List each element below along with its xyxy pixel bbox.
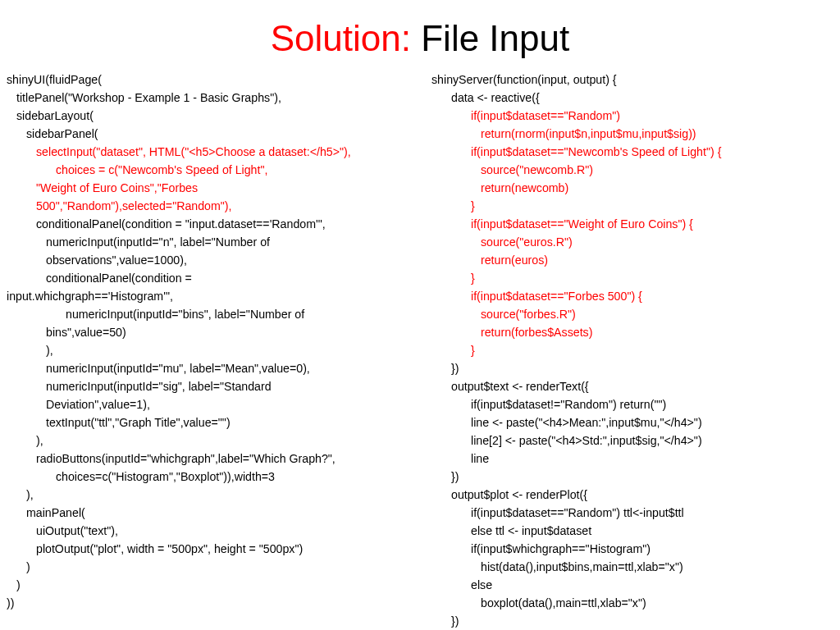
code-line: if(input$dataset=="Weight of Euro Coins"… [431, 215, 835, 233]
code-line: choices=c("Histogram","Boxplot")),width=… [7, 468, 409, 486]
code-line: }) [431, 612, 835, 630]
title-red: Solution: [271, 18, 411, 58]
code-line: if(input$dataset=="Forbes 500") { [431, 287, 835, 305]
code-line: if(input$dataset!="Random") return("") [431, 395, 835, 413]
code-line: bins",value=50) [7, 323, 409, 341]
code-line: ) [7, 576, 409, 594]
code-line: ), [7, 431, 409, 450]
code-line: data <- reactive({ [431, 89, 835, 107]
code-line: return(euros) [431, 251, 835, 269]
code-line: line[2] <- paste("<h4>Std:",input$sig,"<… [431, 431, 835, 450]
code-line: shinyServer(function(input, output) { [431, 71, 835, 89]
code-line: source("forbes.R") [431, 305, 835, 323]
code-line: selectInput("dataset", HTML("<h5>Choose … [7, 143, 409, 161]
code-line: }) [431, 468, 835, 486]
slide-title: Solution: File Input [0, 0, 840, 71]
code-line: shinyUI(fluidPage( [7, 71, 409, 89]
code-line: return(forbes$Assets) [431, 323, 835, 341]
code-columns: shinyUI(fluidPage( titlePanel("Workshop … [0, 71, 840, 630]
code-line: Deviation",value=1), [7, 395, 409, 413]
code-line: ), [7, 341, 409, 359]
code-line: textInput("ttl","Graph Title",value="") [7, 413, 409, 431]
code-line: } [431, 341, 835, 359]
code-line: mainPanel( [7, 504, 409, 522]
code-line: titlePanel("Workshop - Example 1 - Basic… [7, 89, 409, 107]
code-line: choices = c("Newcomb's Speed of Light", [7, 161, 409, 179]
code-line: conditionalPanel(condition = [7, 269, 409, 287]
right-code-column: shinyServer(function(input, output) { da… [420, 71, 835, 630]
left-code-column: shinyUI(fluidPage( titlePanel("Workshop … [5, 71, 420, 630]
code-line: ), [7, 486, 409, 504]
code-line: output$text <- renderText({ [431, 377, 835, 395]
code-line: plotOutput("plot", width = "500px", heig… [7, 540, 409, 558]
title-black: File Input [411, 18, 569, 58]
code-line: )) [7, 594, 409, 612]
code-line: } [431, 197, 835, 215]
code-line: radioButtons(inputId="whichgraph",label=… [7, 450, 409, 468]
code-line: } [431, 269, 835, 287]
code-line: numericInput(inputId="mu", label="Mean",… [7, 359, 409, 377]
code-line: if(input$whichgraph=="Histogram") [431, 540, 835, 558]
code-line: return(rnorm(input$n,input$mu,input$sig)… [431, 125, 835, 143]
code-line: return(newcomb) [431, 179, 835, 197]
code-line: numericInput(inputId="n", label="Number … [7, 233, 409, 251]
code-line: line <- paste("<h4>Mean:",input$mu,"</h4… [431, 413, 835, 431]
code-line: else [431, 576, 835, 594]
code-line: line [431, 450, 835, 468]
code-line: if(input$dataset=="Newcomb's Speed of Li… [431, 143, 835, 161]
code-line: if(input$dataset=="Random") ttl<-input$t… [431, 504, 835, 522]
code-line: else ttl <- input$dataset [431, 522, 835, 540]
code-line: input.whichgraph=='Histogram'", [7, 287, 409, 305]
code-line: sidebarLayout( [7, 107, 409, 125]
code-line: source("euros.R") [431, 233, 835, 251]
code-line: ) [7, 558, 409, 576]
code-line: output$plot <- renderPlot({ [431, 486, 835, 504]
code-line: uiOutput("text"), [7, 522, 409, 540]
code-line: hist(data(),input$bins,main=ttl,xlab="x"… [431, 558, 835, 576]
code-line: numericInput(inputId="bins", label="Numb… [7, 305, 409, 323]
code-line: if(input$dataset=="Random") [431, 107, 835, 125]
code-line: source("newcomb.R") [431, 161, 835, 179]
code-line: numericInput(inputId="sig", label="Stand… [7, 377, 409, 395]
code-line: observations",value=1000), [7, 251, 409, 269]
code-line: sidebarPanel( [7, 125, 409, 143]
code-line: 500","Random"),selected="Random"), [7, 197, 409, 215]
code-line: "Weight of Euro Coins","Forbes [7, 179, 409, 197]
code-line: boxplot(data(),main=ttl,xlab="x") [431, 594, 835, 612]
code-line: conditionalPanel(condition = "input.data… [7, 215, 409, 233]
code-line: }) [431, 359, 835, 377]
